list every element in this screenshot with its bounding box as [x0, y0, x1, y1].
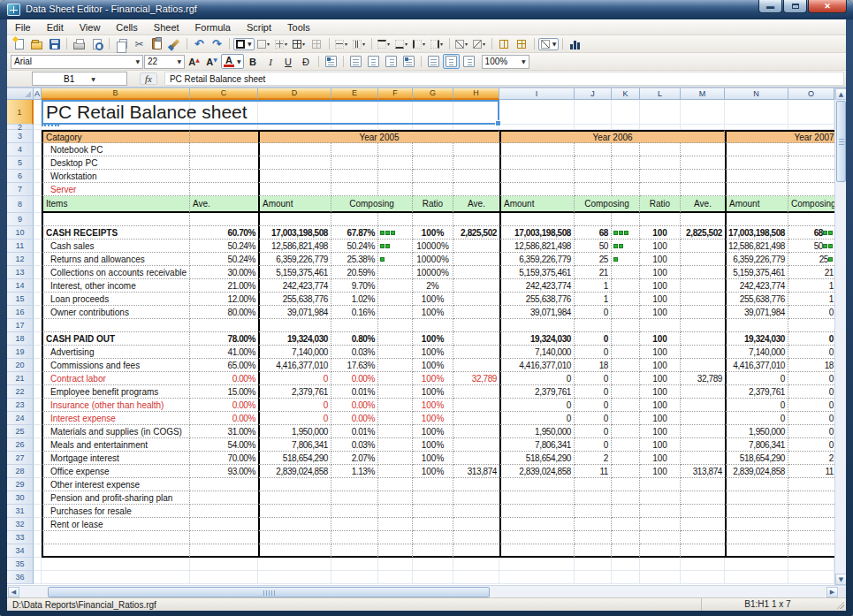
cell-N6[interactable] — [725, 170, 788, 183]
cell-H32[interactable] — [453, 518, 499, 531]
menu-edit[interactable]: Edit — [39, 21, 72, 34]
cell-L4[interactable] — [640, 143, 681, 156]
cell-N24[interactable]: 0 — [725, 412, 788, 425]
row-header-7[interactable]: 7 — [7, 183, 34, 196]
cell-F11[interactable] — [378, 240, 413, 253]
cell-H4[interactable] — [453, 143, 499, 156]
cell-I21[interactable]: 0 — [499, 372, 575, 385]
cell-J8[interactable]: Composing — [575, 196, 640, 213]
cell-B35[interactable] — [42, 558, 190, 571]
cell-L5[interactable] — [640, 156, 681, 170]
cell-N13[interactable]: 5,159,375,461 — [725, 266, 788, 279]
cell-M1[interactable] — [681, 100, 725, 125]
cell-J23[interactable]: 0 — [575, 399, 612, 412]
cell-L18[interactable]: 100 — [640, 332, 681, 346]
cell-H21[interactable]: 32,789 — [453, 372, 499, 385]
cell-F9[interactable] — [378, 213, 413, 226]
cell-J35[interactable] — [575, 558, 612, 571]
cell-J30[interactable] — [575, 491, 612, 505]
cell-H31[interactable] — [453, 505, 499, 518]
cell-A6[interactable] — [34, 170, 42, 183]
cell-D10[interactable]: 17,003,198,508 — [258, 226, 331, 240]
cell-I15[interactable]: 255,638,776 — [499, 293, 575, 306]
cell-N31[interactable] — [725, 505, 788, 518]
cell-N8[interactable]: Amount — [725, 196, 788, 213]
cell-J7[interactable] — [575, 183, 612, 196]
cell-I25[interactable]: 1,950,000 — [499, 425, 575, 438]
cell-B12[interactable]: Returns and allowances — [42, 253, 190, 266]
cell-G14[interactable]: 2% — [413, 279, 453, 293]
cell-E30[interactable] — [331, 491, 378, 505]
cell-O16[interactable]: 0 — [788, 306, 834, 319]
undo-button[interactable]: ↶ — [191, 36, 208, 51]
cell-F20[interactable] — [378, 359, 413, 372]
cell-I4[interactable] — [499, 143, 575, 156]
cell-A30[interactable] — [34, 491, 42, 505]
cell-H6[interactable] — [453, 170, 499, 183]
cell-F18[interactable] — [378, 332, 413, 346]
cell-L23[interactable]: 100 — [640, 399, 681, 412]
cell-B10[interactable]: CASH RECEIPTS — [42, 226, 190, 240]
cell-I7[interactable] — [499, 183, 575, 196]
cell-I9[interactable] — [499, 213, 575, 226]
border-horizontal-button[interactable]: ▾ — [333, 36, 350, 51]
cell-G36[interactable] — [413, 571, 453, 584]
col-header-O[interactable]: O — [788, 88, 834, 100]
cell-A27[interactable] — [34, 452, 42, 465]
fx-button[interactable]: fx — [140, 72, 157, 85]
cell-M8[interactable]: Ave. — [681, 196, 725, 213]
row-header-12[interactable]: 12 — [7, 253, 34, 266]
cell-E6[interactable] — [331, 170, 378, 183]
cell-B11[interactable]: Cash sales — [42, 240, 190, 253]
col-header-J[interactable]: J — [575, 88, 612, 100]
formula-input[interactable]: PC Retail Balance sheet — [164, 72, 844, 86]
cell-E33[interactable] — [331, 531, 378, 544]
cell-M10[interactable]: 2,825,502 — [681, 226, 725, 240]
cell-A35[interactable] — [34, 558, 42, 571]
cell-D18[interactable]: 19,324,030 — [258, 332, 331, 346]
cell-J18[interactable]: 0 — [575, 332, 612, 346]
scroll-right-icon[interactable]: ▶ — [826, 587, 838, 597]
cell-I29[interactable] — [499, 478, 575, 491]
cell-K24[interactable] — [612, 412, 640, 425]
cell-K31[interactable] — [612, 505, 640, 518]
cell-B6[interactable]: Workstation — [42, 170, 190, 183]
cell-M28[interactable]: 313,874 — [681, 465, 725, 478]
cell-K5[interactable] — [612, 156, 640, 170]
cell-B26[interactable]: Meals and entertainment — [42, 438, 190, 452]
align-middle-button[interactable] — [443, 54, 460, 69]
cell-N11[interactable]: 12,586,821,498 — [725, 240, 788, 253]
cell-O34[interactable] — [788, 544, 834, 558]
cell-O26[interactable]: 0 — [788, 438, 834, 452]
col-header-D[interactable]: D — [258, 88, 331, 100]
font-family-combo[interactable]: Arial▼ — [11, 55, 143, 69]
row-header-9[interactable]: 9 — [7, 213, 34, 226]
cell-O13[interactable]: 21 — [788, 266, 834, 279]
cell-A19[interactable] — [34, 346, 42, 359]
cell-N29[interactable] — [725, 478, 788, 491]
cell-A15[interactable] — [34, 293, 42, 306]
cell-M24[interactable] — [681, 412, 725, 425]
cell-C17[interactable] — [190, 319, 258, 332]
cell-B17[interactable] — [42, 319, 190, 332]
cell-J14[interactable]: 1 — [575, 279, 612, 293]
name-box[interactable]: B1▼ — [32, 72, 127, 86]
cell-A10[interactable] — [34, 226, 42, 240]
cell-G17[interactable] — [413, 319, 453, 332]
cell-K21[interactable] — [612, 372, 640, 385]
cell-N32[interactable] — [725, 518, 788, 531]
cell-A7[interactable] — [34, 183, 42, 196]
col-header-B[interactable]: B — [42, 88, 190, 100]
cell-G29[interactable] — [413, 478, 453, 491]
align-right-button[interactable] — [383, 54, 400, 69]
scroll-up-icon[interactable]: ▲ — [835, 88, 846, 100]
col-header-M[interactable]: M — [681, 88, 725, 100]
cell-F10[interactable] — [378, 226, 413, 240]
cell-C29[interactable] — [190, 478, 258, 491]
cell-H7[interactable] — [453, 183, 499, 196]
cell-J16[interactable]: 0 — [575, 306, 612, 319]
cell-H16[interactable] — [453, 306, 499, 319]
cell-M19[interactable] — [681, 346, 725, 359]
cell-O19[interactable]: 0 — [788, 346, 834, 359]
cell-C20[interactable]: 65.00% — [190, 359, 258, 372]
